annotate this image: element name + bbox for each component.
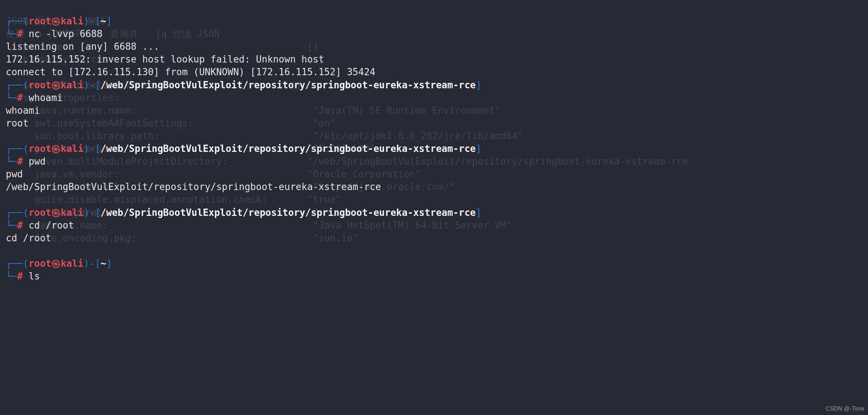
skull-icon: ㉿ [51, 80, 61, 90]
prompt-box-close: )-[ [84, 80, 101, 90]
prompt-box-end: ] [106, 258, 112, 269]
output-line: whoami [6, 105, 40, 116]
prompt-user: root [29, 258, 52, 269]
output-line: connect to [172.16.115.130] from (UNKNOW… [6, 67, 375, 77]
prompt-host: kali [61, 258, 84, 269]
prompt-box-vert: └─ [6, 220, 17, 231]
command-input[interactable]: ls [29, 271, 40, 282]
prompt-user: root [29, 143, 52, 154]
skull-icon: ㉿ [51, 16, 61, 27]
output-line: root [6, 118, 29, 129]
prompt-path: /web/SpringBootVulExploit/repository/spr… [101, 80, 476, 90]
prompt-box-end: ] [476, 143, 482, 154]
prompt-box-corner: ┌──( [6, 207, 29, 218]
prompt-box-corner: ┌──( [6, 143, 29, 154]
output-line: /web/SpringBootVulExploit/repository/spr… [6, 181, 381, 192]
skull-icon: ㉿ [51, 258, 61, 269]
skull-icon: ㉿ [51, 207, 61, 218]
prompt-hash: # [17, 220, 23, 231]
prompt-hash: # [17, 271, 23, 282]
prompt-box-close: )-[ [84, 207, 101, 218]
prompt-box-vert: └─ [6, 92, 17, 103]
output-line: pwd [6, 169, 23, 180]
output-line: listening on [any] 6688 ... [6, 41, 159, 52]
output-line: cd /root [6, 233, 51, 243]
prompt-host: kali [61, 207, 84, 218]
prompt-box-close: )-[ [84, 16, 101, 27]
prompt-box-vert: └─ [6, 156, 17, 167]
prompt-hash: # [17, 92, 23, 103]
prompt-box-end: ] [476, 207, 482, 218]
prompt-box-vert: └─ [6, 271, 17, 282]
prompt-box-close: )-[ [84, 143, 101, 154]
prompt-box-corner: ┌──( [6, 258, 29, 269]
watermark-text: CSDN @-Time [826, 405, 864, 413]
prompt-path: /web/SpringBootVulExploit/repository/spr… [101, 207, 476, 218]
prompt-host: kali [61, 16, 84, 27]
prompt-box-corner: ┌──( [6, 80, 29, 90]
prompt-path: ~ [101, 16, 106, 27]
prompt-hash: # [17, 28, 23, 39]
prompt-box-end: ] [476, 80, 482, 90]
prompt-user: root [29, 80, 52, 90]
prompt-host: kali [61, 143, 84, 154]
prompt-host: kali [61, 80, 84, 90]
prompt-box-vert: └─ [6, 28, 17, 39]
terminal[interactable]: ┌──(root㉿kali)-[~] └─# nc -lvvp 6688 lis… [0, 0, 868, 285]
prompt-path: /web/SpringBootVulExploit/repository/spr… [101, 143, 476, 154]
prompt-box-corner: ┌──( [6, 16, 29, 27]
skull-icon: ㉿ [51, 143, 61, 154]
output-line: 172.16.115.152: inverse host lookup fail… [6, 54, 324, 65]
command-input[interactable]: nc -lvvp 6688 [29, 28, 103, 39]
prompt-box-end: ] [106, 16, 112, 27]
prompt-box-close: )-[ [84, 258, 101, 269]
prompt-path: ~ [101, 258, 106, 269]
command-input[interactable]: cd /root [29, 220, 74, 231]
command-input[interactable]: pwd [29, 156, 46, 167]
prompt-user: root [29, 207, 52, 218]
command-input[interactable]: whoami [29, 92, 63, 103]
prompt-user: root [29, 16, 52, 27]
prompt-hash: # [17, 156, 23, 167]
